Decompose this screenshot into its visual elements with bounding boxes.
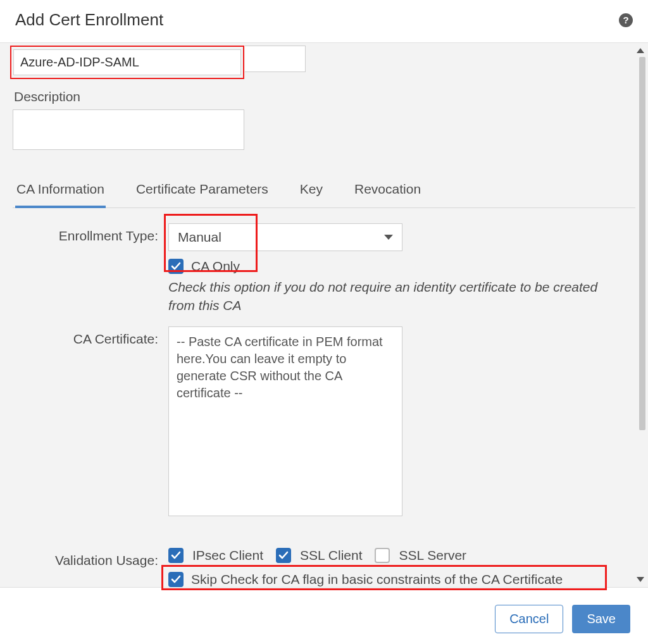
chevron-down-icon	[384, 235, 393, 240]
ssl-server-checkbox[interactable]	[375, 548, 390, 563]
ssl-server-label: SSL Server	[399, 548, 466, 563]
skip-ca-flag-checkbox[interactable]	[168, 572, 184, 587]
tab-bar: CA Information Certificate Parameters Ke…	[13, 176, 635, 208]
enrollment-type-value: Manual	[178, 230, 221, 245]
scrollbar-thumb[interactable]	[639, 57, 645, 430]
ca-only-label: CA Only	[191, 259, 240, 274]
ca-only-helper-text: Check this option if you do not require …	[168, 278, 611, 315]
enrollment-type-select[interactable]: Manual	[168, 223, 402, 251]
validation-usage-label: Validation Usage:	[13, 548, 168, 568]
tab-certificate-parameters[interactable]: Certificate Parameters	[135, 176, 270, 207]
save-button[interactable]: Save	[572, 605, 630, 633]
dialog-body: Description CA Information Certificate P…	[0, 43, 648, 587]
scroll-down-arrow-icon[interactable]	[637, 577, 644, 582]
dialog-title: Add Cert Enrollment	[15, 10, 163, 30]
name-highlight-box	[10, 46, 244, 79]
cancel-button[interactable]: Cancel	[495, 605, 563, 633]
ipsec-client-label: IPsec Client	[192, 548, 263, 563]
enrollment-type-label: Enrollment Type:	[13, 223, 168, 244]
dialog-footer: Cancel Save	[0, 593, 648, 644]
ca-certificate-textarea[interactable]: -- Paste CA certificate in PEM format he…	[168, 326, 402, 516]
dialog-header: Add Cert Enrollment ?	[0, 0, 648, 42]
name-input[interactable]	[13, 49, 241, 75]
ca-only-checkbox[interactable]	[168, 259, 184, 274]
help-icon[interactable]: ?	[619, 13, 633, 27]
ca-certificate-label: CA Certificate:	[13, 326, 168, 347]
description-input[interactable]	[13, 109, 244, 150]
tab-ca-information[interactable]: CA Information	[15, 176, 106, 208]
skip-ca-flag-label: Skip Check for CA flag in basic constrai…	[191, 572, 563, 587]
tab-revocation[interactable]: Revocation	[353, 176, 422, 207]
ssl-client-checkbox[interactable]	[276, 548, 291, 563]
ssl-client-label: SSL Client	[300, 548, 362, 563]
ipsec-client-checkbox[interactable]	[168, 548, 184, 563]
scrollbar[interactable]	[639, 57, 645, 573]
description-label: Description	[14, 89, 635, 104]
scroll-up-arrow-icon[interactable]	[637, 48, 644, 53]
tab-key[interactable]: Key	[299, 176, 324, 207]
